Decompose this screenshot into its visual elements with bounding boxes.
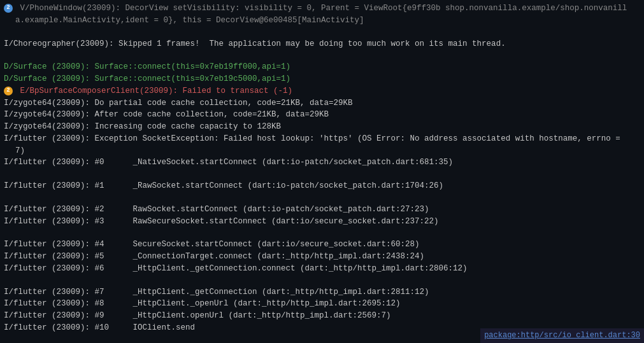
log-text: I/flutter (23009): #6 _HttpClient._getCo… <box>4 263 468 275</box>
log-line: I/flutter (23009): #5 _ConnectionTarget.… <box>4 251 640 263</box>
log-line: D/Surface (23009): Surface::connect(this… <box>4 61 640 73</box>
log-badge: 2 <box>4 4 13 13</box>
log-lines: 2 V/PhoneWindow(23009): DecorView setVis… <box>4 3 640 334</box>
log-line: I/flutter (23009): #7 _HttpClient._getCo… <box>4 286 640 298</box>
log-line: I/zygote64(23009): Increasing code cache… <box>4 121 640 133</box>
log-text: D/Surface (23009): Surface::connect(this… <box>4 61 290 73</box>
log-text: I/flutter (23009): #5 _ConnectionTarget.… <box>4 251 424 263</box>
log-line: I/zygote64(23009): Do partial code cache… <box>4 97 640 109</box>
log-text: I/Choreographer(23009): Skipped 1 frames… <box>4 38 506 50</box>
log-line: I/flutter (23009): #8 _HttpClient._openU… <box>4 298 640 310</box>
log-line: I/flutter (23009): #3 RawSecureSocket.st… <box>4 216 640 228</box>
log-line: I/flutter (23009): #9 _HttpClient.openUr… <box>4 310 640 322</box>
log-line: 7) <box>4 145 640 157</box>
log-line: I/flutter (23009): #2 RawSocket.startCon… <box>4 204 640 216</box>
log-text: I/flutter (23009): #1 _RawSocket.startCo… <box>4 180 443 192</box>
log-text: I/flutter (23009): #0 _NativeSocket.star… <box>4 157 453 169</box>
log-line: 2 V/PhoneWindow(23009): DecorView setVis… <box>4 3 640 15</box>
log-text: D/Surface (23009): Surface::connect(this… <box>4 73 290 85</box>
log-text: I/zygote64(23009): After code cache coll… <box>4 109 329 121</box>
log-text: I/flutter (23009): #9 _HttpClient.openUr… <box>4 310 391 322</box>
log-empty-line <box>4 192 640 204</box>
log-line: 2 E/BpSurfaceComposerClient(23009): Fail… <box>4 85 640 97</box>
log-text: I/flutter (23009): #2 RawSocket.startCon… <box>4 204 429 216</box>
log-text: V/PhoneWindow(23009): DecorView setVisib… <box>15 3 627 15</box>
log-empty-line <box>4 227 640 239</box>
log-empty-line <box>4 27 640 38</box>
log-empty-line <box>4 50 640 61</box>
log-empty-line <box>4 275 640 286</box>
log-badge: 2 <box>4 87 13 95</box>
log-text: I/flutter (23009): #10 IOClient.send <box>4 322 195 334</box>
log-container: 2 V/PhoneWindow(23009): DecorView setVis… <box>0 0 644 343</box>
log-text: I/flutter (23009): Exception SocketExcep… <box>4 133 620 145</box>
log-text: I/flutter (23009): #7 _HttpClient._getCo… <box>4 286 429 298</box>
log-text: I/flutter (23009): #4 SecureSocket.start… <box>4 239 420 251</box>
log-line: I/flutter (23009): #4 SecureSocket.start… <box>4 239 640 251</box>
bottom-link[interactable]: package:http/src/io_client.dart:30 <box>484 331 640 340</box>
log-text: E/BpSurfaceComposerClient(23009): Failed… <box>15 85 292 97</box>
log-line: D/Surface (23009): Surface::connect(this… <box>4 73 640 85</box>
log-text: I/flutter (23009): #8 _HttpClient._openU… <box>4 298 401 310</box>
log-line: I/flutter (23009): #1 _RawSocket.startCo… <box>4 180 640 192</box>
log-line: I/zygote64(23009): After code cache coll… <box>4 109 640 121</box>
log-text: I/zygote64(23009): Do partial code cache… <box>4 97 353 109</box>
log-text: I/zygote64(23009): Increasing code cache… <box>4 121 281 133</box>
log-text: 7) <box>15 145 25 157</box>
log-empty-line <box>4 169 640 180</box>
bottom-bar: package:http/src/io_client.dart:30 <box>480 328 644 343</box>
log-text: I/flutter (23009): #3 RawSecureSocket.st… <box>4 216 439 228</box>
log-text: a.example.MainActivity,ident = 0}, this … <box>15 15 364 27</box>
log-line: I/flutter (23009): Exception SocketExcep… <box>4 133 640 145</box>
log-line: a.example.MainActivity,ident = 0}, this … <box>4 15 640 27</box>
log-line: I/Choreographer(23009): Skipped 1 frames… <box>4 38 640 50</box>
log-line: I/flutter (23009): #0 _NativeSocket.star… <box>4 157 640 169</box>
log-line: I/flutter (23009): #6 _HttpClient._getCo… <box>4 263 640 275</box>
